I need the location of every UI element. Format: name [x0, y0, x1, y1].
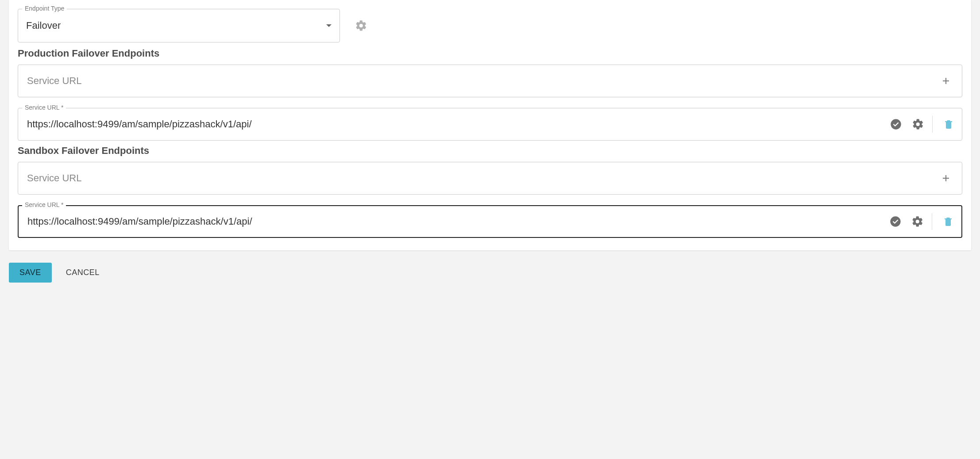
production-settings-button[interactable] [912, 118, 924, 130]
check-circle-icon [889, 215, 902, 228]
sandbox-validate-button[interactable] [887, 214, 903, 230]
production-endpoint-input[interactable] [26, 118, 888, 130]
sandbox-endpoint-label: Service URL * [22, 201, 66, 208]
gear-icon [911, 215, 924, 228]
production-endpoint-label: Service URL * [22, 104, 66, 111]
endpoint-type-value: Failover [26, 20, 61, 31]
plus-icon [941, 173, 951, 184]
sandbox-endpoint-input[interactable] [27, 215, 887, 228]
endpoint-type-control[interactable]: Failover [18, 9, 340, 42]
divider [932, 213, 932, 230]
endpoint-type-label: Endpoint Type [22, 5, 67, 12]
sandbox-settings-button[interactable] [911, 215, 924, 228]
sandbox-add-url-box[interactable] [18, 162, 962, 195]
production-endpoint-field: Service URL * [18, 108, 962, 141]
production-validate-button[interactable] [888, 116, 904, 132]
save-button[interactable]: SAVE [9, 263, 52, 283]
sandbox-endpoint-field: Service URL * [18, 205, 962, 238]
endpoint-type-settings-button[interactable] [352, 17, 370, 34]
sandbox-add-url-input[interactable] [26, 172, 938, 184]
cancel-button[interactable]: CANCEL [63, 268, 102, 278]
sandbox-endpoint-box [18, 205, 962, 238]
plus-icon [941, 76, 951, 86]
production-add-url-input[interactable] [26, 75, 938, 87]
sandbox-heading: Sandbox Failover Endpoints [18, 145, 962, 157]
divider [932, 116, 933, 133]
production-delete-button[interactable] [941, 116, 957, 132]
endpoints-card: Endpoint Type Failover Production Failov… [9, 0, 971, 250]
trash-icon [943, 215, 953, 228]
production-endpoint-actions [888, 116, 957, 133]
production-endpoint-box [18, 108, 962, 141]
sandbox-add-button[interactable] [938, 170, 954, 186]
chevron-down-icon [326, 24, 332, 27]
production-add-url-box[interactable] [18, 65, 962, 97]
gear-icon [355, 19, 367, 32]
check-circle-icon [890, 118, 902, 130]
production-add-button[interactable] [938, 73, 954, 89]
endpoint-type-select[interactable]: Endpoint Type Failover [18, 9, 340, 42]
action-buttons: SAVE CANCEL [0, 250, 980, 291]
trash-icon [943, 118, 954, 130]
sandbox-endpoint-actions [887, 213, 956, 230]
production-heading: Production Failover Endpoints [18, 48, 962, 59]
endpoint-type-row: Endpoint Type Failover [18, 9, 962, 42]
gear-icon [912, 118, 924, 130]
sandbox-delete-button[interactable] [940, 214, 956, 230]
